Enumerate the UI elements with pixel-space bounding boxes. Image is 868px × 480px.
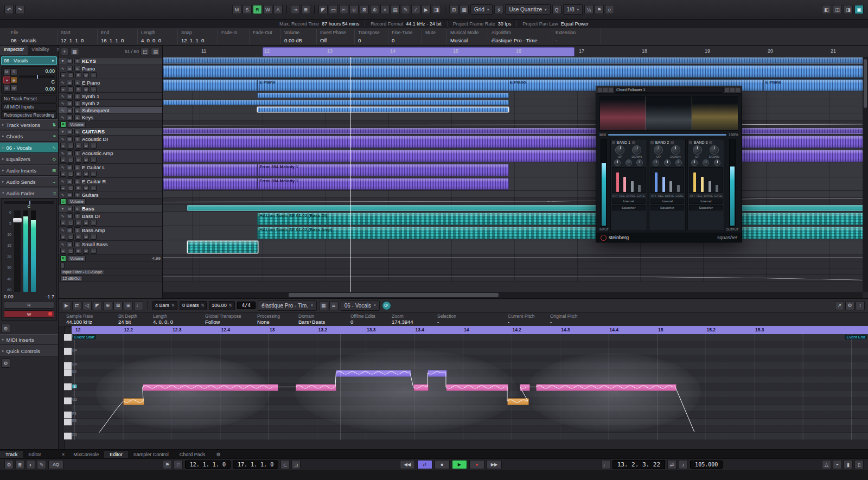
left-tab-track[interactable]: Track <box>0 451 23 458</box>
clip[interactable] <box>163 178 258 190</box>
more-icon[interactable]: ⋯ <box>91 86 97 92</box>
track-solo-button[interactable]: S <box>74 150 80 156</box>
marker-flag-icon[interactable]: ⚑ <box>163 460 172 469</box>
write-icon[interactable]: W <box>83 185 89 191</box>
track-solo-button[interactable]: S <box>74 241 80 247</box>
knob-down[interactable]: DOWN <box>631 145 642 158</box>
track-filter-icon[interactable]: ▦ <box>70 48 79 55</box>
editor-info-value[interactable]: Follow <box>205 319 251 325</box>
write-icon[interactable]: W <box>83 157 89 163</box>
offset-stepper[interactable]: 0 Beats <box>180 301 207 310</box>
band-input-select[interactable]: Internal <box>650 199 684 204</box>
mini-knob[interactable] <box>653 159 659 166</box>
insert-state-icon[interactable]: ▢ <box>68 157 74 163</box>
knob-down[interactable]: DOWN <box>671 145 681 158</box>
forward-button[interactable]: ▶▶ <box>487 460 502 469</box>
band-input-select[interactable]: Internal <box>612 199 646 204</box>
edit-channel-icon[interactable]: e <box>60 220 66 226</box>
track-mute-button[interactable]: M <box>67 80 73 86</box>
track-mute-button[interactable]: M <box>67 241 73 247</box>
clip[interactable] <box>187 205 863 211</box>
knob-dial[interactable] <box>693 145 702 155</box>
erase-tool[interactable]: ⊠ <box>360 5 369 14</box>
info-value[interactable]: 16. 1. 1. 0 <box>101 37 134 43</box>
right-zone-toggle-icon[interactable]: ◨ <box>844 5 853 14</box>
inspector-row-retrospective-recording[interactable]: Retrospective Recording <box>1 111 57 119</box>
mute-tool[interactable]: × <box>380 5 390 14</box>
cycle-button[interactable]: ⇄ <box>417 460 432 469</box>
mode-button-w[interactable]: W <box>263 5 272 14</box>
track-mute-button[interactable]: M <box>67 93 73 99</box>
arrange-lane-synth-2[interactable] <box>163 99 863 106</box>
plugin-menu-icon[interactable] <box>736 88 740 92</box>
arrange-lane-12-db-oct[interactable] <box>163 275 863 281</box>
read-icon[interactable]: R <box>75 143 81 149</box>
editor-info-value[interactable]: None <box>257 319 292 325</box>
track-solo-button[interactable]: S <box>74 107 80 113</box>
erase-icon[interactable]: ⊠ <box>113 301 123 310</box>
write-icon[interactable]: W <box>83 234 89 240</box>
inspector-section-equalizers[interactable]: ▸Equalizers◇ <box>0 153 58 164</box>
auto-quantize-button[interactable]: AQ <box>48 460 63 469</box>
track-row-input-filter-lc-slope[interactable]: Input Filter - LC-Slope <box>59 269 162 276</box>
inspector-section-audio-sends[interactable]: ▸Audio Sends→ <box>0 176 58 187</box>
right-locator-display[interactable]: 17. 1. 1. 0 <box>233 460 278 469</box>
inspector-section-audio-inserts[interactable]: ▸Audio Inserts⊟ <box>0 165 58 176</box>
metronome-icon[interactable]: △ <box>822 460 831 469</box>
read-icon[interactable]: R <box>75 171 81 177</box>
track-solo-button[interactable]: S <box>74 66 80 72</box>
track-solo-button[interactable]: S <box>74 213 80 219</box>
track-solo-button[interactable]: S <box>74 178 80 184</box>
mini-knob[interactable] <box>626 159 632 166</box>
track-row-bass[interactable]: ▾MSBass <box>59 205 162 213</box>
track-row-acoustic-di[interactable]: ∿MSAcoustic DIe▢RW⋯ <box>59 136 162 150</box>
band-header[interactable]: BAND 3 <box>689 140 723 144</box>
track-solo-button[interactable]: S <box>74 129 80 135</box>
variaudio-editor[interactable]: Event Start Event End E4D4C4B3A3G3F3E3D3… <box>72 334 868 440</box>
mute-button[interactable]: M <box>3 68 10 75</box>
info-value[interactable]: 0 <box>358 37 385 43</box>
track-mute-button[interactable]: M <box>67 164 73 170</box>
more-icon[interactable]: ⋯ <box>91 171 97 177</box>
knob-dial[interactable] <box>615 145 624 155</box>
read-icon[interactable]: R <box>75 220 81 226</box>
piano-key-d4[interactable] <box>64 348 72 355</box>
track-mute-button[interactable]: M <box>67 114 73 120</box>
piano-key-cs4[interactable] <box>64 355 72 362</box>
band-mode-select[interactable]: Squasher <box>612 205 646 210</box>
track-row-subsequent[interactable]: ∿MSSubsequent <box>59 107 162 114</box>
object-selection-icon[interactable]: ◤ <box>93 301 102 310</box>
insert-state-icon[interactable]: ▢ <box>68 72 74 78</box>
pan-readout[interactable]: C <box>52 79 55 85</box>
monitor-icon[interactable]: ◐ <box>26 460 35 469</box>
track-row-synth-1[interactable]: ∿MSSynth 1 <box>59 93 162 100</box>
line-tool[interactable]: ∕ <box>411 5 420 14</box>
editor-info-value[interactable]: - <box>508 319 544 325</box>
arrange-lane-piano[interactable] <box>163 65 863 79</box>
edit-channel-icon[interactable]: e <box>60 86 66 92</box>
track-row-guitars[interactable]: ∿MSGuitars <box>59 191 162 199</box>
more-icon[interactable]: ⋯ <box>91 220 97 226</box>
knob-up[interactable]: UP <box>693 145 702 158</box>
mode-button-s[interactable]: S <box>242 5 252 14</box>
inspector-tab-inspector[interactable]: Inspector <box>0 46 28 55</box>
draw-tool[interactable]: ✎ <box>401 5 410 14</box>
track-row-keys[interactable]: ▾MSKEYS <box>59 57 162 65</box>
zoom-tool[interactable]: ⊕ <box>370 5 379 14</box>
automation-lane-label[interactable] <box>60 263 65 268</box>
track-solo-button[interactable]: S <box>74 206 80 212</box>
inspector-row-all-midi-inputs[interactable]: All MIDI Inputs <box>1 103 57 111</box>
editor-info-value[interactable]: - <box>437 319 501 325</box>
plugin-rw-icon[interactable] <box>609 88 613 92</box>
automation-curve[interactable] <box>163 120 863 127</box>
read-icon[interactable]: R <box>75 86 81 92</box>
track-solo-button[interactable]: S <box>74 164 80 170</box>
mode-button-a[interactable]: A <box>273 5 283 14</box>
editor-play-icon[interactable]: ▶ <box>62 301 71 310</box>
comp-tool[interactable]: ▤ <box>391 5 400 14</box>
piano-key-ds4[interactable] <box>64 341 72 348</box>
inspector-section-midi-inserts[interactable]: ▸MIDI Inserts <box>0 334 58 345</box>
track-row-lane[interactable] <box>59 262 162 269</box>
lane-read-chip[interactable]: R <box>60 121 66 127</box>
add-track-icon[interactable]: + <box>61 48 68 55</box>
